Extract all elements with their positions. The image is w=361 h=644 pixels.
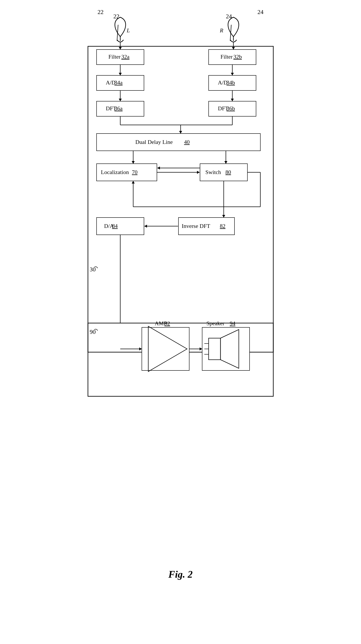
svg-marker-75 bbox=[144, 225, 147, 228]
svg-rect-12 bbox=[88, 46, 273, 352]
svg-text:Speaker: Speaker bbox=[206, 320, 225, 326]
mic-number-right: 24 bbox=[257, 8, 264, 16]
svg-marker-30 bbox=[119, 99, 122, 101]
svg-text:Inverse DFT: Inverse DFT bbox=[182, 223, 210, 229]
svg-text:R: R bbox=[220, 27, 223, 34]
mic-number-left: 22 bbox=[98, 8, 104, 16]
fig-label: Fig. 2 bbox=[75, 568, 286, 580]
svg-text:Switch: Switch bbox=[205, 169, 221, 175]
svg-text:84: 84 bbox=[112, 223, 118, 229]
svg-text:Dual Delay Line: Dual Delay Line bbox=[135, 139, 173, 145]
svg-marker-58 bbox=[197, 171, 200, 174]
svg-marker-5 bbox=[119, 47, 122, 50]
svg-marker-82 bbox=[139, 348, 142, 350]
svg-text:32a: 32a bbox=[121, 54, 130, 60]
svg-marker-88 bbox=[200, 348, 202, 350]
svg-marker-22 bbox=[231, 73, 234, 76]
svg-marker-67 bbox=[222, 215, 225, 218]
svg-marker-60 bbox=[157, 166, 160, 170]
svg-text:A/D: A/D bbox=[106, 80, 116, 86]
svg-rect-83 bbox=[142, 328, 189, 370]
svg-marker-11 bbox=[232, 47, 235, 50]
svg-rect-89 bbox=[202, 328, 250, 370]
svg-marker-43 bbox=[179, 131, 182, 134]
diagram-svg: 22 L 24 R Filter 32 bbox=[75, 8, 286, 590]
svg-text:94: 94 bbox=[230, 320, 235, 326]
svg-text:L: L bbox=[127, 27, 130, 34]
svg-text:40: 40 bbox=[184, 139, 190, 145]
svg-marker-32 bbox=[231, 99, 234, 101]
svg-marker-65 bbox=[132, 181, 135, 184]
svg-text:36b: 36b bbox=[226, 105, 235, 112]
svg-text:82: 82 bbox=[220, 223, 225, 229]
svg-marker-48 bbox=[132, 161, 135, 164]
svg-text:36a: 36a bbox=[114, 105, 123, 112]
svg-text:80: 80 bbox=[225, 169, 231, 175]
svg-text:34b: 34b bbox=[226, 80, 235, 86]
svg-text:34a: 34a bbox=[114, 80, 123, 86]
svg-marker-50 bbox=[224, 161, 227, 164]
svg-text:32b: 32b bbox=[233, 54, 242, 60]
svg-text:22: 22 bbox=[113, 13, 119, 20]
svg-text:A/D: A/D bbox=[218, 80, 228, 86]
svg-rect-68 bbox=[97, 218, 144, 235]
svg-rect-44 bbox=[97, 134, 260, 151]
svg-marker-20 bbox=[119, 73, 122, 76]
svg-text:Filter: Filter bbox=[108, 54, 121, 60]
svg-text:Localization: Localization bbox=[101, 169, 129, 175]
svg-text:70: 70 bbox=[132, 169, 138, 175]
svg-text:92: 92 bbox=[164, 320, 170, 326]
svg-text:Filter: Filter bbox=[220, 54, 233, 60]
